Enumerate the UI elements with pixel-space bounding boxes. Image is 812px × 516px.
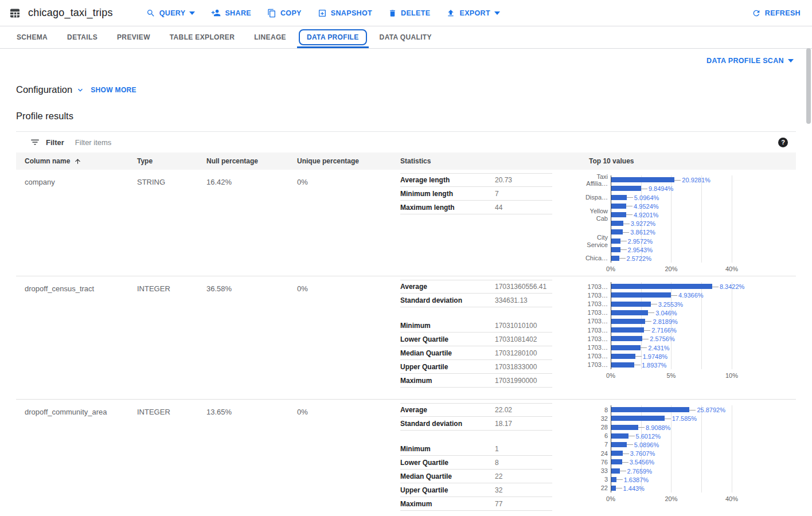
chart-category-label: 1703… [588, 309, 608, 316]
copy-icon [267, 9, 276, 18]
snapshot-label: SNAPSHOT [331, 9, 372, 17]
chart-category-label: 1703… [588, 353, 608, 360]
query-button[interactable]: QUERY [138, 4, 204, 22]
chart-bar [611, 221, 623, 226]
cell-column-name: company [25, 170, 137, 276]
chart-category-label: 7 [604, 441, 608, 448]
chart-x-axis: 0%20%40% [611, 495, 744, 505]
tab-table-explorer[interactable]: TABLE EXPLORER [160, 26, 244, 48]
stat-row: Median Quartile22 [400, 470, 552, 483]
chart-bar [611, 425, 638, 430]
chart-bar [611, 451, 623, 456]
chart-category-label: 76 [601, 459, 608, 466]
stat-value: 17031010100 [495, 322, 537, 330]
chart-gridline [732, 405, 732, 492]
cell-null-percentage: 16.42% [206, 170, 297, 276]
statistics-group: Average length20.73Minimum length7Maximu… [400, 173, 552, 214]
chart-plot-area: 25.8792%17.585%8.9088%5.6012%5.0896%3.76… [611, 405, 744, 492]
tab-bar: SCHEMADETAILSPREVIEWTABLE EXPLORERLINEAG… [0, 26, 812, 49]
chart-value-label: 9.8494% [649, 185, 673, 192]
chart-category-label: 1703… [588, 318, 608, 325]
chart-category-label: 22 [601, 484, 608, 492]
stat-value: 44 [495, 204, 502, 212]
column-header-column-name[interactable]: Column name [25, 157, 137, 165]
cell-top-10-values: 1703…1703…1703…1703…1703…1703…1703…1703…… [589, 276, 796, 399]
chart-category-label: 1703… [588, 361, 608, 369]
caret-down-icon [494, 11, 500, 15]
tab-schema[interactable]: SCHEMA [7, 26, 57, 48]
filter-icon [30, 137, 40, 147]
stat-value: 20.73 [495, 176, 512, 184]
chart-value-leader-line [648, 312, 654, 313]
top-10-values-chart: 832286724763332225.8792%17.585%8.9088%5.… [589, 405, 796, 505]
chart-value-label: 5.0964% [634, 194, 659, 201]
column-header-label: Statistics [400, 157, 431, 165]
chart-category-axis: TaxiAffilia…Dispa…YellowCabCityServiceCh… [589, 175, 611, 263]
filter-input[interactable] [74, 138, 778, 147]
stat-label: Lower Quartile [400, 335, 495, 343]
cell-type: INTEGER [137, 400, 206, 516]
stat-label: Maximum [400, 377, 495, 385]
chart-category-label: CityService [587, 234, 608, 248]
snapshot-button[interactable]: SNAPSHOT [310, 4, 380, 22]
chart-bar [611, 327, 644, 333]
chart-value-leader-line [641, 189, 647, 189]
tab-preview[interactable]: PREVIEW [107, 26, 160, 48]
delete-button[interactable]: DELETE [380, 4, 438, 22]
chevron-down-icon[interactable] [76, 86, 84, 94]
share-button[interactable]: SHARE [203, 3, 259, 22]
chart-value-leader-line [665, 419, 671, 419]
stat-label: Upper Quartile [400, 363, 495, 371]
export-button[interactable]: EXPORT [438, 4, 508, 22]
chart-value-leader-line [622, 462, 628, 463]
refresh-button[interactable]: REFRESH [744, 4, 803, 22]
chart-bar [611, 186, 641, 191]
tab-details[interactable]: DETAILS [57, 26, 107, 48]
chart-value-label: 1.6387% [624, 476, 649, 483]
help-icon[interactable]: ? [778, 138, 788, 147]
chart-bar [611, 195, 627, 200]
statistics-table: Average17031360556.41Standard deviation3… [400, 280, 552, 388]
chart-bar [611, 442, 627, 447]
stat-label: Median Quartile [400, 349, 495, 357]
statistics-group: Minimum17031010100Lower Quartile17031081… [400, 319, 552, 388]
chart-bar [611, 212, 626, 217]
chart-category-label: 28 [601, 424, 608, 431]
cell-top-10-values: TaxiAffilia…Dispa…YellowCabCityServiceCh… [589, 170, 796, 276]
chart-category-label: 24 [601, 449, 608, 457]
chart-value-leader-line [641, 347, 647, 348]
chart-value-label: 2.5722% [627, 255, 651, 262]
show-more-button[interactable]: SHOW MORE [88, 85, 139, 95]
copy-button[interactable]: COPY [259, 4, 310, 22]
chart-category-axis: 1703…1703…1703…1703…1703…1703…1703…1703…… [589, 282, 611, 369]
profile-results-card: Filter ? Column nameTypeNull percentageU… [16, 131, 796, 516]
chart-value-leader-line [674, 180, 681, 181]
chart-category-label: Dispa… [585, 194, 608, 201]
profile-results-title: Profile results [16, 111, 796, 122]
chart-category-label: YellowCab [590, 208, 608, 222]
sort-ascending-icon [74, 158, 81, 165]
tab-lineage[interactable]: LINEAGE [244, 26, 296, 48]
chart-value-label: 3.2553% [658, 301, 683, 308]
stat-label: Minimum [400, 445, 495, 453]
vertical-scrollbar[interactable] [806, 48, 811, 124]
chart-value-label: 1.8937% [642, 362, 666, 369]
tab-data-profile[interactable]: DATA PROFILE [296, 26, 370, 48]
delete-icon [388, 9, 397, 18]
chart-bar [611, 477, 616, 482]
chart-axis-tick-label: 20% [665, 495, 677, 502]
data-profile-scan-button[interactable]: DATA PROFILE SCAN [704, 53, 796, 68]
column-header-label: Type [137, 157, 153, 165]
share-label: SHARE [225, 9, 251, 17]
caret-down-icon [189, 11, 195, 15]
tab-data-quality[interactable]: DATA QUALITY [370, 26, 442, 48]
chart-bar [611, 302, 651, 307]
chart-value-leader-line [651, 304, 657, 304]
filter-label: Filter [46, 138, 64, 147]
stat-label: Maximum [400, 500, 495, 508]
chart-bar [611, 319, 645, 324]
chart-value-label: 5.6012% [636, 433, 661, 440]
chart-gridline [701, 405, 702, 492]
column-header-label: Unique percentage [297, 157, 359, 165]
stat-row: Maximum77 [400, 497, 552, 511]
